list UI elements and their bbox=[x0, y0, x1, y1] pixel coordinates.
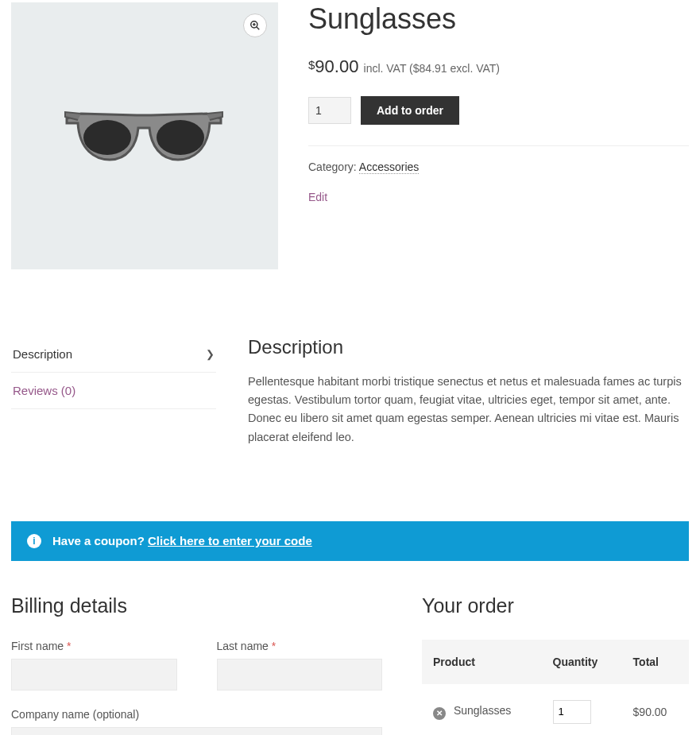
col-product: Product bbox=[422, 640, 542, 684]
product-image[interactable] bbox=[11, 2, 278, 269]
category-link[interactable]: Accessories bbox=[359, 161, 419, 174]
tab-description[interactable]: Description ❯ bbox=[11, 336, 216, 373]
company-label: Company name (optional) bbox=[11, 708, 382, 721]
edit-link[interactable]: Edit bbox=[308, 191, 327, 203]
zoom-icon[interactable] bbox=[243, 14, 267, 37]
info-icon: i bbox=[27, 534, 41, 548]
panel-heading: Description bbox=[248, 336, 689, 358]
svg-line-1 bbox=[257, 27, 260, 30]
company-field[interactable] bbox=[11, 727, 382, 735]
last-name-label: Last name * bbox=[217, 640, 383, 652]
add-to-order-button[interactable]: Add to order bbox=[361, 96, 459, 125]
order-item-total: $90.00 bbox=[622, 684, 689, 735]
order-item-name: Sunglasses bbox=[454, 704, 511, 717]
order-table: Product Quantity Total ✕ Sunglasses $90.… bbox=[422, 640, 689, 735]
coupon-prompt: Have a coupon? bbox=[52, 534, 145, 547]
coupon-link[interactable]: Click here to enter your code bbox=[148, 534, 312, 547]
first-name-label: First name * bbox=[11, 640, 177, 652]
tab-reviews[interactable]: Reviews (0) bbox=[11, 373, 216, 409]
product-price: $90.00 incl. VAT ($84.91 excl. VAT) bbox=[308, 56, 689, 77]
order-heading: Your order bbox=[422, 594, 689, 617]
svg-point-4 bbox=[83, 120, 131, 155]
coupon-notice: i Have a coupon? Click here to enter you… bbox=[11, 521, 689, 561]
billing-heading: Billing details bbox=[11, 594, 382, 617]
tab-description-label: Description bbox=[13, 347, 72, 361]
product-title: Sunglasses bbox=[308, 2, 689, 36]
col-total: Total bbox=[622, 640, 689, 684]
category-label: Category: bbox=[308, 161, 357, 173]
sunglasses-illustration bbox=[57, 88, 232, 184]
description-text: Pellentesque habitant morbi tristique se… bbox=[248, 373, 689, 447]
col-quantity: Quantity bbox=[542, 640, 622, 684]
first-name-field[interactable] bbox=[11, 659, 177, 691]
last-name-field[interactable] bbox=[217, 659, 383, 691]
tab-reviews-label: Reviews (0) bbox=[13, 384, 75, 397]
remove-item-icon[interactable]: ✕ bbox=[433, 707, 446, 720]
order-quantity-stepper[interactable] bbox=[553, 700, 591, 724]
chevron-right-icon: ❯ bbox=[206, 348, 215, 360]
order-row: ✕ Sunglasses $90.00 bbox=[422, 684, 689, 735]
svg-point-5 bbox=[157, 120, 204, 155]
quantity-stepper[interactable] bbox=[308, 97, 351, 124]
